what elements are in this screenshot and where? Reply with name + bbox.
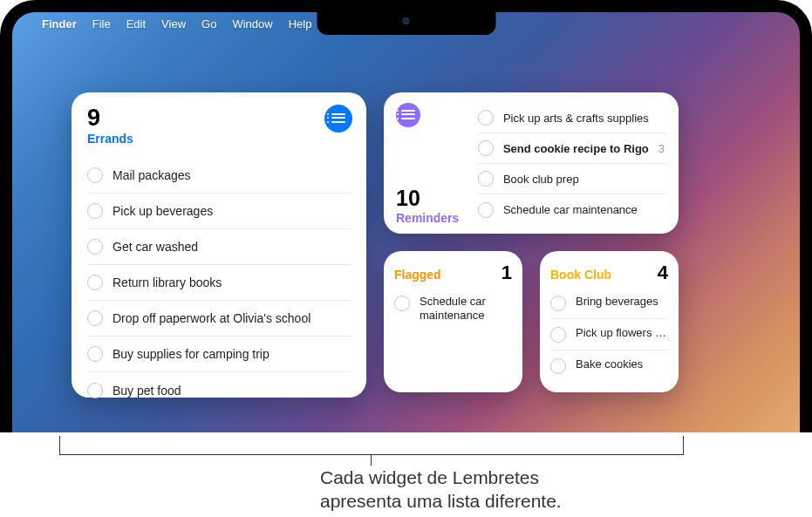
reminder-label: Schedule car maintenance bbox=[503, 203, 638, 216]
menu-file[interactable]: File bbox=[92, 17, 111, 31]
reminder-item[interactable]: Buy pet food bbox=[87, 372, 351, 408]
errands-title: Errands bbox=[87, 132, 351, 146]
callout-line-2: apresenta uma lista diferente. bbox=[320, 491, 562, 511]
reminders-header: 10 Reminders bbox=[396, 103, 467, 227]
widget-reminders[interactable]: 10 Reminders Pick up arts & crafts suppl… bbox=[384, 92, 679, 234]
reminder-item[interactable]: Schedule car maintenance bbox=[394, 288, 512, 330]
reminder-label: Pick up arts & crafts supplies bbox=[503, 112, 649, 125]
reminder-label: Buy supplies for camping trip bbox=[113, 347, 270, 361]
checkbox-icon[interactable] bbox=[478, 110, 494, 126]
reminder-item[interactable]: Book club prep bbox=[478, 164, 666, 194]
reminder-item[interactable]: Bake cookies bbox=[550, 350, 668, 381]
list-icon bbox=[331, 113, 345, 125]
checkbox-icon[interactable] bbox=[478, 202, 494, 218]
reminder-item[interactable]: Pick up flowers f… bbox=[550, 319, 668, 350]
reminder-item[interactable]: Return library books bbox=[87, 265, 351, 301]
errands-count: 9 bbox=[87, 106, 351, 130]
reminder-item[interactable]: Buy supplies for camping trip bbox=[87, 337, 351, 372]
errands-list-icon bbox=[324, 105, 352, 133]
menu-go[interactable]: Go bbox=[201, 17, 216, 31]
reminder-label: Return library books bbox=[113, 276, 222, 289]
menu-edit[interactable]: Edit bbox=[126, 17, 146, 31]
right-column: 10 Reminders Pick up arts & crafts suppl… bbox=[384, 92, 679, 398]
reminder-item[interactable]: Bring beverages bbox=[550, 288, 668, 319]
flagged-header: Flagged 1 bbox=[394, 262, 512, 284]
widget-book-club[interactable]: Book Club 4 Bring beverages Pick up flow… bbox=[540, 251, 679, 392]
callout-stem bbox=[371, 455, 372, 466]
reminder-item[interactable]: Send cookie recipe to Rigo3 bbox=[478, 133, 666, 164]
reminder-label: Pick up flowers f… bbox=[576, 326, 668, 340]
widgets-area: 9 Errands Mail packages Pick up beverage… bbox=[72, 92, 679, 398]
reminder-item[interactable]: Get car washed bbox=[87, 229, 351, 265]
reminders-items: Pick up arts & crafts supplies Send cook… bbox=[478, 103, 666, 227]
reminder-item[interactable]: Drop off paperwork at Olivia's school bbox=[87, 301, 351, 337]
bookclub-count: 4 bbox=[658, 262, 668, 284]
flagged-title: Flagged bbox=[394, 268, 441, 282]
reminder-label: Buy pet food bbox=[113, 384, 181, 398]
checkbox-icon[interactable] bbox=[87, 310, 103, 326]
small-widgets-row: Flagged 1 Schedule car maintenance Book … bbox=[384, 251, 679, 392]
reminder-label: Send cookie recipe to Rigo bbox=[503, 142, 649, 155]
reminder-item[interactable]: Pick up beverages bbox=[87, 194, 351, 229]
reminder-label: Mail packages bbox=[113, 168, 191, 182]
callout-line-1: Cada widget de Lembretes bbox=[320, 467, 539, 487]
checkbox-icon[interactable] bbox=[394, 296, 410, 311]
bookclub-header: Book Club 4 bbox=[550, 262, 668, 284]
reminder-label: Pick up beverages bbox=[113, 204, 213, 218]
camera-icon bbox=[403, 17, 410, 24]
menubar-app-name[interactable]: Finder bbox=[42, 17, 77, 31]
reminder-label: Get car washed bbox=[113, 240, 198, 254]
checkbox-icon[interactable] bbox=[87, 203, 103, 219]
widget-flagged[interactable]: Flagged 1 Schedule car maintenance bbox=[384, 251, 522, 392]
checkbox-icon[interactable] bbox=[550, 358, 566, 374]
reminder-item[interactable]: Pick up arts & crafts supplies bbox=[478, 103, 666, 133]
bookclub-title: Book Club bbox=[550, 268, 611, 282]
flagged-count: 1 bbox=[502, 262, 512, 284]
checkbox-icon[interactable] bbox=[87, 167, 103, 183]
menu-help[interactable]: Help bbox=[289, 17, 312, 31]
checkbox-icon[interactable] bbox=[550, 296, 566, 311]
menu-window[interactable]: Window bbox=[232, 17, 272, 31]
errands-items: Mail packages Pick up beverages Get car … bbox=[87, 158, 351, 408]
checkbox-icon[interactable] bbox=[87, 383, 103, 398]
callout-text: Cada widget de Lembretes apresenta uma l… bbox=[320, 466, 562, 514]
widget-errands[interactable]: 9 Errands Mail packages Pick up beverage… bbox=[72, 92, 366, 398]
checkbox-icon[interactable] bbox=[87, 346, 103, 362]
reminder-item[interactable]: Mail packages bbox=[87, 158, 351, 194]
list-icon bbox=[401, 110, 415, 121]
reminder-count-badge: 3 bbox=[658, 142, 666, 155]
reminders-count: 10 bbox=[396, 186, 467, 211]
reminder-label: Book club prep bbox=[503, 173, 579, 186]
reminder-label: Drop off paperwork at Olivia's school bbox=[113, 311, 310, 325]
checkbox-icon[interactable] bbox=[87, 275, 103, 290]
reminder-label: Schedule car maintenance bbox=[420, 295, 512, 323]
checkbox-icon[interactable] bbox=[478, 171, 494, 187]
callout-bracket bbox=[59, 436, 684, 455]
reminder-item[interactable]: Schedule car maintenance bbox=[478, 194, 666, 225]
notch bbox=[317, 12, 495, 35]
device-frame: Finder File Edit View Go Window Help 9 E… bbox=[0, 0, 812, 432]
reminders-title: Reminders bbox=[396, 211, 467, 225]
checkbox-icon[interactable] bbox=[478, 140, 494, 156]
reminder-label: Bake cookies bbox=[576, 357, 643, 371]
reminder-label: Bring beverages bbox=[576, 295, 658, 309]
checkbox-icon[interactable] bbox=[550, 327, 566, 343]
menu-view[interactable]: View bbox=[161, 17, 186, 31]
checkbox-icon[interactable] bbox=[87, 239, 103, 255]
reminders-list-icon bbox=[396, 103, 420, 127]
